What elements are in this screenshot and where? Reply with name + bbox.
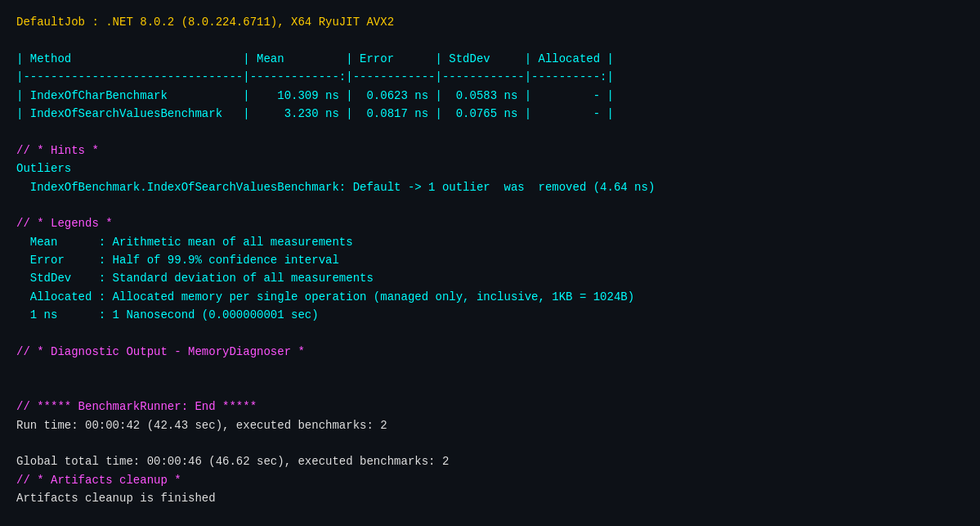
table-row-2: | IndexOfSearchValuesBenchmark | 3.230 n…	[16, 105, 964, 123]
outliers-label: Outliers	[16, 160, 964, 178]
table-separator: |--------------------------------|------…	[16, 68, 964, 86]
global-time: Global total time: 00:00:46 (46.62 sec),…	[16, 452, 964, 470]
legend-3: Allocated : Allocated memory per single …	[16, 288, 964, 306]
artifacts-header: // * Artifacts cleanup *	[16, 471, 964, 489]
hints-header: // * Hints *	[16, 142, 964, 160]
table-header: | Method | Mean | Error | StdDev | Alloc…	[16, 50, 964, 68]
run-time: Run time: 00:00:42 (42.43 sec), executed…	[16, 416, 964, 434]
benchmark-end: // ***** BenchmarkRunner: End *****	[16, 398, 964, 416]
legends-header: // * Legends *	[16, 214, 964, 232]
artifacts-done: Artifacts cleanup is finished	[16, 489, 964, 507]
terminal-window: DefaultJob : .NET 8.0.2 (8.0.224.6711), …	[16, 13, 964, 508]
outliers-text: IndexOfBenchmark.IndexOfSearchValuesBenc…	[16, 178, 964, 196]
legend-2: StdDev : Standard deviation of all measu…	[16, 269, 964, 287]
table-row-1: | IndexOfCharBenchmark | 10.309 ns | 0.0…	[16, 87, 964, 105]
header-line: DefaultJob : .NET 8.0.2 (8.0.224.6711), …	[16, 13, 964, 31]
legend-4: 1 ns : 1 Nanosecond (0.000000001 sec)	[16, 306, 964, 324]
legend-1: Error : Half of 99.9% confidence interva…	[16, 251, 964, 269]
diagnostic-header: // * Diagnostic Output - MemoryDiagnoser…	[16, 343, 964, 361]
legend-0: Mean : Arithmetic mean of all measuremen…	[16, 233, 964, 251]
